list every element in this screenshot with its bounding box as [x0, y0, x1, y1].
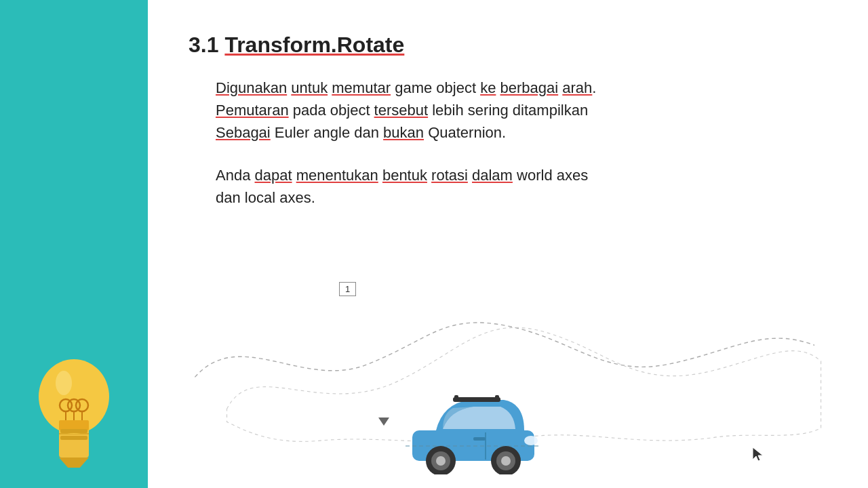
cursor-icon	[751, 446, 765, 460]
p2-dapat: dapat	[255, 167, 292, 184]
bulb-container	[13, 332, 135, 468]
svg-rect-14	[60, 429, 87, 433]
svg-rect-7	[59, 420, 89, 430]
p1-tersebut: tersebut	[374, 102, 429, 119]
sidebar	[0, 0, 148, 488]
svg-rect-18	[453, 397, 500, 402]
number-box: 1	[339, 282, 356, 296]
p2-rotasi: rotasi	[431, 167, 468, 184]
lightbulb-icon	[20, 332, 128, 468]
p1-bukan: bukan	[383, 124, 424, 141]
svg-point-6	[56, 371, 72, 395]
p2-bentuk: bentuk	[382, 167, 427, 184]
p1-untuk: untuk	[291, 79, 328, 96]
diagram-area: 1	[189, 222, 827, 474]
paragraph-1: Digunakan untuk memutar game object ke b…	[216, 77, 827, 144]
paragraph-2: Anda dapat menentukan bentuk rotasi dala…	[216, 164, 827, 209]
svg-rect-19	[454, 395, 458, 402]
svg-rect-15	[60, 436, 87, 440]
svg-point-24	[501, 456, 511, 466]
svg-marker-31	[753, 447, 763, 461]
p1-sebagai: Sebagai	[216, 124, 271, 141]
svg-marker-1	[59, 458, 89, 468]
p2-dalam: dalam	[472, 167, 513, 184]
title-main: Transform.Rotate	[224, 33, 404, 57]
p1-arah: arah	[562, 79, 592, 96]
slide-title: 3.1 Transform.Rotate	[189, 33, 827, 58]
number-label: 1	[345, 284, 350, 294]
svg-rect-29	[473, 437, 486, 441]
main-content: 3.1 Transform.Rotate Digunakan untuk mem…	[148, 0, 868, 488]
title-prefix: 3.1	[189, 33, 224, 57]
p1-pemutaran: Pemutaran	[216, 102, 289, 119]
svg-rect-20	[495, 395, 499, 402]
svg-point-28	[524, 436, 538, 445]
car-illustration	[406, 380, 528, 468]
p1-berbagai: berbagai	[500, 79, 559, 96]
p1-memutar: memutar	[332, 79, 391, 96]
triangle-indicator-icon	[378, 418, 389, 426]
svg-point-27	[436, 456, 446, 466]
p2-menentukan: menentukan	[296, 167, 378, 184]
p1-ke: ke	[480, 79, 496, 96]
p1-digunakan: Digunakan	[216, 79, 287, 96]
